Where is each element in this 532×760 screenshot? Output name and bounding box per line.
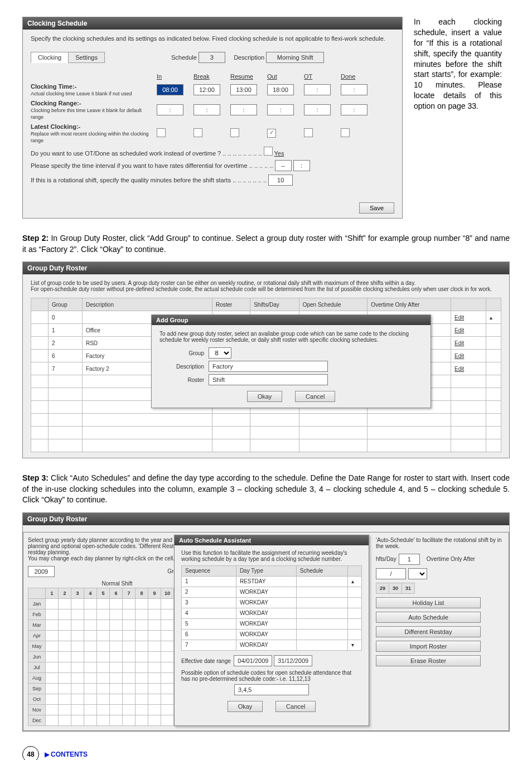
cancel-button[interactable]: Cancel (275, 701, 316, 712)
time-in[interactable]: 08:00 (157, 84, 183, 95)
auto-assistant-table[interactable]: SequenceDay TypeSchedule 1RESTDAY▴ 2WORK… (181, 565, 362, 651)
m-desc-label: Description (159, 364, 204, 370)
q3-text: If this is a rotational shift, specify t… (31, 177, 267, 183)
eff-date-to[interactable]: 31/12/2009 (274, 655, 312, 666)
q2-text: Please specify the time interval if you … (31, 162, 273, 169)
latest-break-check[interactable] (194, 128, 202, 137)
col-ot: OT (304, 73, 337, 80)
clocking-schedule-title: Clocking Schedule (23, 17, 402, 30)
eff-date-label: Effective date range (181, 658, 231, 664)
col-break: Break (194, 73, 227, 80)
latest-clocking-label: Latest Clocking:- Replace with most rece… (31, 123, 153, 143)
latest-done-check[interactable] (341, 128, 350, 137)
latest-in-check[interactable] (157, 128, 166, 137)
time-out[interactable]: 18:00 (267, 84, 294, 95)
ov-label: Overtime Only After (427, 556, 475, 562)
different-restday-button[interactable]: Different Restday (376, 626, 481, 637)
description-label: Description (234, 54, 264, 61)
group-duty-roster-dialog-2: Group Duty Roster Select group yearly du… (22, 512, 510, 732)
time-resume[interactable]: 13:00 (230, 84, 257, 95)
latest-out-check[interactable] (267, 129, 276, 138)
m-desc-input[interactable]: Factory (209, 361, 328, 372)
scroll-up-icon[interactable]: ▴ (486, 311, 501, 324)
add-group-title: Add Group (152, 315, 431, 325)
q3-val[interactable]: 10 (268, 175, 293, 186)
auto-assistant-title: Auto Schedule Assistant (175, 535, 369, 545)
auto-assistant-intro: Use this function to facilitate the assi… (181, 550, 362, 562)
q1-yes: Yes (274, 150, 284, 157)
side-paragraph: In each clocking schedule, insert a valu… (414, 17, 502, 112)
contents-link[interactable]: CONTENTS (51, 751, 88, 758)
time-done[interactable]: : (341, 84, 367, 95)
range-ot[interactable]: : (304, 104, 331, 115)
triangle-icon: ▶ (45, 751, 50, 758)
edit-link[interactable]: Edit (451, 337, 486, 350)
auto-schedule-assistant-modal: Auto Schedule Assistant Use this functio… (174, 535, 369, 726)
m-roster-input[interactable]: Shift (209, 374, 328, 385)
clocking-time-label: Clocking Time:- Actual clocking time Lea… (31, 83, 153, 96)
ov-select[interactable] (408, 568, 427, 579)
range-resume[interactable]: : (230, 104, 257, 115)
poss-label: Possible option of schedule codes for op… (181, 670, 362, 682)
clocking-intro: Specify the clocking schedules and its s… (31, 35, 394, 42)
scroll-down-icon[interactable]: ▾ (348, 640, 362, 650)
eff-date-from[interactable]: 04/01/2009 (234, 655, 272, 666)
clocking-schedule-dialog: Clocking Schedule Specify the clocking s… (22, 17, 403, 219)
schedule-label: Schedule (171, 54, 197, 61)
cancel-button[interactable]: Cancel (295, 391, 335, 402)
q2-a[interactable]: -- (275, 160, 292, 171)
col-done: Done (341, 73, 374, 80)
m-group-label: Group (159, 350, 204, 356)
scroll-up-icon[interactable]: ▴ (348, 576, 362, 587)
m-roster-label: Roster (159, 377, 204, 383)
okay-button[interactable]: Okay (228, 701, 263, 712)
group-roster-title: Group Duty Roster (23, 262, 509, 274)
latest-ot-check[interactable] (304, 128, 313, 137)
col-out: Out (267, 73, 301, 80)
range-done[interactable]: : (341, 104, 367, 115)
q1-check[interactable] (264, 147, 273, 156)
erase-roster-button[interactable]: Erase Roster (376, 655, 481, 666)
auto-sched-note: 'Auto-Schedule' to facilitate the rotati… (376, 537, 504, 549)
m-group-select[interactable]: 8 (209, 347, 231, 359)
tab-settings[interactable]: Settings (68, 52, 105, 63)
year-planner-grid[interactable]: 12345678910 Jan Feb Mar Apr May Jun Jul … (28, 588, 174, 726)
okay-button[interactable]: Okay (247, 391, 283, 402)
clocking-range-label: Clocking Range:- Clocking before this ti… (31, 100, 153, 120)
q1-text: Do you want to use OT/Done as scheduled … (31, 150, 262, 157)
tab-clocking[interactable]: Clocking (31, 52, 69, 63)
table-row (31, 427, 501, 439)
time-ot[interactable]: : (304, 84, 331, 95)
latest-resume-check[interactable] (230, 128, 239, 137)
group-roster-title-2: Group Duty Roster (23, 513, 509, 525)
q2-b[interactable]: : (293, 160, 310, 171)
group-duty-roster-dialog: Group Duty Roster List of group code to … (22, 262, 510, 458)
day-tail-grid: 293031 (376, 583, 415, 594)
edit-link[interactable]: Edit (451, 324, 486, 337)
add-group-intro: To add new group duty roster, select an … (159, 331, 423, 343)
edit-link[interactable]: Edit (451, 362, 486, 375)
edit-link[interactable]: Edit (451, 311, 486, 324)
step2-text: Step 2: In Group Duty Roster, click “Add… (22, 233, 510, 255)
ov-value[interactable]: / (376, 568, 406, 579)
hfts-value[interactable]: 1 (399, 554, 420, 565)
table-row (31, 439, 501, 452)
auto-schedule-button[interactable]: Auto Schedule (376, 612, 481, 623)
poss-input[interactable]: 3,4,5 (234, 684, 309, 695)
range-in[interactable]: : (157, 104, 183, 115)
import-roster-button[interactable]: Import Roster (376, 641, 481, 652)
time-break[interactable]: 12:00 (194, 84, 220, 95)
col-in: In (157, 73, 190, 80)
range-break[interactable]: : (194, 104, 220, 115)
description-value: Morning Shift (266, 52, 324, 63)
page-number: 48 (22, 746, 39, 760)
holiday-list-button[interactable]: Holiday List (376, 597, 481, 608)
col-resume: Resume (230, 73, 264, 80)
hfts-label: hfts/Day (376, 556, 396, 562)
save-button[interactable]: Save (359, 202, 394, 214)
edit-link[interactable]: Edit (451, 350, 486, 362)
step3-text: Step 3: Click “Auto Schedules” and defin… (22, 473, 510, 506)
schedule-value: 3 (199, 52, 225, 63)
range-out[interactable]: : (267, 104, 294, 115)
year-spinner[interactable]: 2009 (28, 566, 55, 577)
